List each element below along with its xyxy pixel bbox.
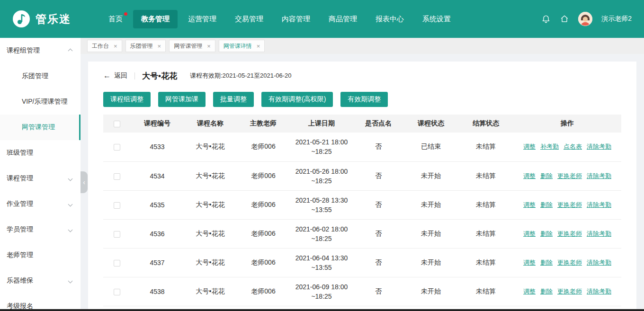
clear-attendance-link[interactable]: 清除考勤	[587, 287, 611, 296]
teacher-cell: 老师006	[237, 219, 290, 248]
chevron-down-icon	[68, 176, 73, 181]
home-icon[interactable]	[560, 14, 569, 24]
sidebar-item-teacher-mgmt[interactable]: 老师管理	[0, 242, 80, 268]
delete-link[interactable]: 删除	[540, 201, 553, 209]
nav-item-academic-affairs[interactable]: 教务管理	[133, 10, 178, 28]
course-id-cell: 4536	[131, 219, 184, 248]
adjust-link[interactable]: 调整	[523, 142, 536, 151]
add-online-course-button[interactable]: 网管课加课	[158, 92, 206, 107]
column-header: 课程状态	[403, 115, 458, 133]
batch-adjust-button[interactable]: 批量调整	[213, 92, 254, 107]
course-table: 课程编号课程名称主教老师上课日期是否点名课程状态结算状态操作 4533大号•花花…	[103, 115, 621, 306]
row-checkbox-cell	[103, 248, 131, 277]
row-checkbox[interactable]	[114, 231, 120, 238]
sidebar-item-course-group-mgmt[interactable]: 课程组管理	[0, 38, 80, 63]
sidebar-item-homework-mgmt[interactable]: 作业管理	[0, 191, 80, 217]
course-id-cell: 4538	[131, 277, 184, 306]
close-icon[interactable]: ×	[114, 43, 117, 49]
username[interactable]: 演示老师2	[601, 15, 632, 23]
status-cell: 未开始	[403, 248, 458, 277]
chevron-down-icon	[68, 278, 73, 283]
sidebar-item-vip-theory-mgmt[interactable]: VIP/乐理课管理	[0, 89, 80, 115]
clear-attendance-link[interactable]: 清除考勤	[587, 258, 611, 267]
sidebar-item-student-mgmt[interactable]: 学员管理	[0, 217, 80, 242]
settlement-cell: 未结算	[458, 277, 513, 306]
adjust-link[interactable]: 调整	[523, 230, 536, 238]
nav-item-home[interactable]: 首页	[100, 10, 131, 28]
clear-attendance-link[interactable]: 清除考勤	[587, 230, 611, 238]
chevron-down-icon	[68, 202, 73, 206]
teacher-cell: 老师006	[237, 277, 290, 306]
adjust-link[interactable]: 调整	[523, 172, 536, 180]
change-teacher-link[interactable]: 更换老师	[557, 230, 582, 238]
validity-adjust-privileged-button[interactable]: 有效期调整(高权限)	[261, 92, 333, 107]
tab-orchestra-mgmt[interactable]: 乐团管理×	[125, 40, 166, 52]
row-checkbox-cell	[103, 133, 131, 161]
delete-link[interactable]: 删除	[540, 287, 553, 296]
adjust-link[interactable]: 调整	[523, 201, 536, 209]
sidebar-item-class-mgmt[interactable]: 班级管理	[0, 140, 80, 166]
close-icon[interactable]: ×	[158, 43, 161, 49]
avatar[interactable]	[578, 12, 592, 26]
row-checkbox[interactable]	[114, 144, 120, 151]
nav-item-reports[interactable]: 报表中心	[367, 10, 412, 28]
sidebar-item-grading-registration[interactable]: 考级报名	[0, 293, 80, 311]
clear-attendance-link[interactable]: 清除考勤	[587, 201, 611, 209]
adjust-link[interactable]: 调整	[523, 258, 536, 267]
change-teacher-link[interactable]: 更换老师	[557, 287, 582, 296]
table-row: 4534大号•花花老师0062021-05-26 18:00~18:25否未开始…	[103, 161, 621, 190]
course-group-adjust-button[interactable]: 课程组调整	[103, 92, 151, 107]
bell-icon[interactable]	[541, 14, 551, 24]
close-icon[interactable]: ×	[207, 43, 211, 49]
row-checkbox[interactable]	[114, 289, 120, 295]
row-checkbox[interactable]	[114, 173, 120, 180]
status-cell: 已结束	[403, 133, 458, 161]
sidebar-item-label: 班级管理	[7, 149, 72, 157]
actions-cell: 调整删除更换老师清除考勤	[513, 277, 621, 306]
nav-item-operations[interactable]: 运营管理	[180, 10, 224, 28]
sidebar-collapse-handle[interactable]: ‹	[80, 171, 88, 193]
nav-item-content[interactable]: 内容管理	[274, 10, 318, 28]
table-row: 4533大号•花花老师0062021-05-21 18:00~18:25否已结束…	[103, 133, 621, 161]
course-date: 2021-05-28 13:30~13:55	[295, 195, 349, 214]
makeup-attendance-link[interactable]: 补考勤	[540, 142, 559, 151]
sidebar-item-online-course-mgmt[interactable]: 网管课管理	[0, 115, 80, 140]
row-checkbox[interactable]	[114, 202, 120, 209]
nav-item-transactions[interactable]: 交易管理	[227, 10, 271, 28]
settlement-cell: 未结算	[458, 190, 513, 219]
column-header: 上课日期	[290, 115, 353, 133]
delete-link[interactable]: 删除	[540, 230, 553, 238]
back-button[interactable]: ← 返回	[103, 71, 127, 80]
nav-item-products[interactable]: 商品管理	[321, 10, 365, 28]
status-cell: 未开始	[403, 277, 458, 306]
validity-adjust-button[interactable]: 有效期调整	[340, 92, 388, 107]
status-cell: 未开始	[403, 161, 458, 190]
change-teacher-link[interactable]: 更换老师	[557, 201, 582, 209]
actions-cell: 调整补考勤点名表清除考勤	[513, 133, 621, 161]
course-date: 2021-06-04 13:30~13:55	[295, 253, 349, 272]
roll-call-sheet-link[interactable]: 点名表	[564, 142, 582, 151]
settlement-cell: 未结算	[458, 133, 513, 161]
tab-workbench[interactable]: 工作台×	[87, 40, 122, 52]
column-header: 操作	[513, 115, 621, 133]
delete-link[interactable]: 删除	[540, 172, 553, 180]
date-cell: 2021-05-26 18:00~18:25	[290, 161, 353, 190]
sidebar-item-course-mgmt[interactable]: 课程管理	[0, 166, 80, 191]
change-teacher-link[interactable]: 更换老师	[557, 258, 582, 267]
clear-attendance-link[interactable]: 清除考勤	[587, 142, 611, 151]
row-checkbox[interactable]	[114, 260, 120, 267]
change-teacher-link[interactable]: 更换老师	[557, 172, 582, 180]
clear-attendance-link[interactable]: 清除考勤	[587, 172, 611, 180]
adjust-link[interactable]: 调整	[523, 287, 536, 296]
delete-link[interactable]: 删除	[540, 258, 553, 267]
course-date: 2021-06-02 18:00~18:25	[295, 224, 349, 243]
tab-online-course-mgmt[interactable]: 网管课管理×	[169, 40, 215, 52]
course-name-cell: 大号•花花	[184, 248, 237, 277]
close-icon[interactable]: ×	[257, 43, 260, 49]
course-date: 2021-05-21 18:00~18:25	[295, 137, 349, 156]
tab-online-course-detail[interactable]: 网管课详情×	[219, 40, 265, 52]
nav-item-system-settings[interactable]: 系统设置	[414, 10, 459, 28]
sidebar-item-orchestra-mgmt[interactable]: 乐团管理	[0, 63, 80, 89]
sidebar-item-instrument-maintenance[interactable]: 乐器维保	[0, 268, 80, 293]
select-all-checkbox[interactable]	[114, 121, 120, 127]
